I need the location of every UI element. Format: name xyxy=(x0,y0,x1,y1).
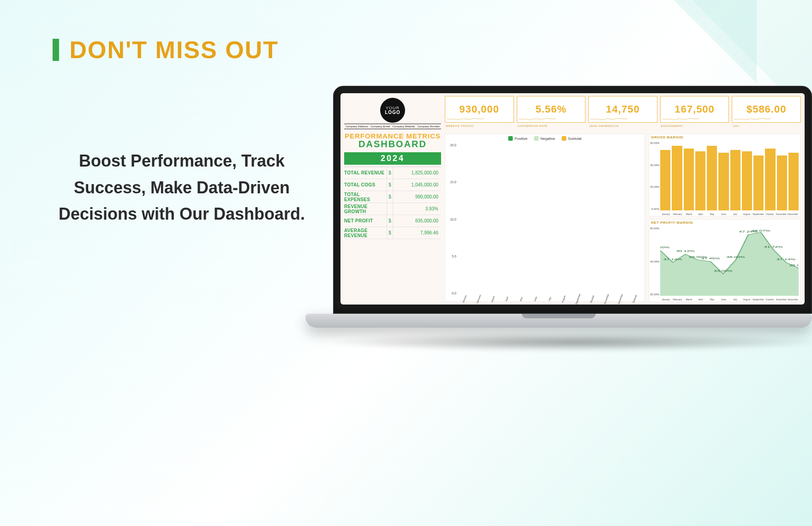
main-waterfall-chart: PositiveNegativeSubtotal 20.015.010.05.0… xyxy=(445,134,645,302)
svg-text:37.14%: 37.14% xyxy=(776,258,795,261)
kpi-card: 930,000 xyxy=(445,96,514,123)
sparkline-icon xyxy=(663,117,699,121)
kpi-value: 14,750 xyxy=(606,103,639,115)
plot-area: 41.50%37.14%40.12%38.00%37.45%33.00%38.0… xyxy=(660,227,799,296)
svg-text:40.12%: 40.12% xyxy=(676,250,695,253)
gross-margin-bar xyxy=(777,155,787,210)
metrics-table: TOTAL REVENUE $ 1,825,000.00TOTAL COGS $… xyxy=(344,167,441,239)
metric-value: 1,045,000.00 xyxy=(393,182,441,187)
y-axis: 50.00%40.00%25.00% xyxy=(650,227,659,296)
laptop-notch xyxy=(522,314,596,318)
svg-text:37.45%: 37.45% xyxy=(701,257,720,260)
metric-row: REVENUE GROWTH 3.93% xyxy=(344,203,441,215)
metric-currency: $ xyxy=(387,179,393,191)
kpi-label: ENGAGEMENT xyxy=(660,125,729,132)
kpi-strip: 930,000 5.56% 14,750 167,500 $586.00 xyxy=(445,96,801,123)
metric-label: NET PROFIT xyxy=(344,218,387,223)
metric-row: NET PROFIT $ 835,000.00 xyxy=(344,215,441,227)
kpi-card: 5.56% xyxy=(517,96,586,123)
kpi-value: 167,500 xyxy=(675,103,715,115)
mini-title: NET PROFIT MARGIN xyxy=(651,221,693,225)
area-chart-svg: 41.50%37.14%40.12%38.00%37.45%33.00%38.0… xyxy=(660,227,799,296)
kpi-label: LEAD GENERATION xyxy=(588,125,657,132)
sparkline-icon xyxy=(519,117,556,121)
dashboard: YOUR LOGO Company Address Company Email … xyxy=(340,93,805,305)
net-profit-margin-chart: NET PROFIT MARGIN 50.00%40.00%25.00% 41.… xyxy=(649,219,801,302)
gross-margin-bar xyxy=(718,153,728,210)
mini-title: GROSS MARGIN xyxy=(651,135,683,139)
metric-value: 3.93% xyxy=(393,206,441,211)
metric-currency: $ xyxy=(387,215,393,227)
gross-margin-bar xyxy=(730,150,740,210)
company-field: Company Number xyxy=(417,125,441,128)
company-info-row: Company Address Company Email Company We… xyxy=(344,124,441,129)
metric-currency xyxy=(387,203,393,215)
metric-value: 835,000.00 xyxy=(393,218,441,223)
bg-shape xyxy=(674,0,757,83)
laptop-shadow xyxy=(324,333,812,352)
metric-value: 990,000.00 xyxy=(393,194,441,199)
plot-area xyxy=(660,142,799,210)
metric-label: AVERAGE REVENUE xyxy=(344,228,387,238)
y-axis: 20.015.010.05.00.0 xyxy=(446,143,456,295)
x-axis: JanuaryFebruaryMarchAprilMayJuneJulyAugu… xyxy=(457,298,642,300)
gross-margin-bar xyxy=(672,146,682,210)
sparkline-icon xyxy=(734,117,771,121)
chart-legend: PositiveNegativeSubtotal xyxy=(508,136,582,141)
kpi-label: CONVERSION RATE xyxy=(517,125,586,132)
dashboard-title-2: DASHBOARD xyxy=(344,139,441,149)
logo-wrap: YOUR LOGO xyxy=(344,96,441,124)
kpi-card: 14,750 xyxy=(588,96,657,123)
legend-label: Subtotal xyxy=(568,137,581,141)
metric-value: 1,825,000.00 xyxy=(393,170,441,175)
kpi-card: $586.00 xyxy=(732,96,801,123)
laptop-base-plate xyxy=(305,314,812,328)
logo-badge: YOUR LOGO xyxy=(380,98,405,123)
legend-swatch xyxy=(561,136,566,141)
laptop-screen: YOUR LOGO Company Address Company Email … xyxy=(340,93,805,305)
laptop-base xyxy=(305,314,812,344)
company-field: Company Address xyxy=(345,125,369,128)
kpi-label: WEBSITE TRAFFIC xyxy=(445,125,514,132)
metric-value: 7,996.46 xyxy=(393,230,441,235)
gross-margin-bar xyxy=(660,150,670,210)
right-charts: GROSS MARGIN 50.00%40.00%25.00%0.00% Jan… xyxy=(649,134,801,302)
svg-text:48.07%: 48.07% xyxy=(752,229,770,233)
laptop-mockup: YOUR LOGO Company Address Company Email … xyxy=(305,86,812,344)
legend-label: Negative xyxy=(541,137,555,141)
svg-text:37.14%: 37.14% xyxy=(663,258,682,261)
kpi-labels: WEBSITE TRAFFICCONVERSION RATELEAD GENER… xyxy=(445,125,801,132)
laptop-bezel: YOUR LOGO Company Address Company Email … xyxy=(333,86,812,314)
x-axis: JanuaryFebruaryMarchAprilMayJuneJulyAugu… xyxy=(660,298,799,301)
kpi-value: $586.00 xyxy=(746,103,787,115)
metric-currency: $ xyxy=(387,227,393,239)
legend-swatch xyxy=(534,136,539,141)
metric-currency: $ xyxy=(387,191,393,203)
metric-row: AVERAGE REVENUE $ 7,996.46 xyxy=(344,227,441,239)
y-axis: 50.00%40.00%25.00%0.00% xyxy=(650,142,659,210)
legend-item: Subtotal xyxy=(561,136,581,141)
legend-label: Positive xyxy=(515,137,528,141)
kpi-value: 930,000 xyxy=(460,103,500,115)
gross-margin-bar xyxy=(684,149,694,210)
legend-item: Negative xyxy=(534,136,555,141)
kpi-value: 5.56% xyxy=(536,103,567,115)
svg-marker-0 xyxy=(660,233,799,296)
headline-text: DON'T MISS OUT xyxy=(69,36,278,64)
metric-label: REVENUE GROWTH xyxy=(344,204,387,214)
logo-bottom: LOGO xyxy=(385,110,400,115)
metric-row: TOTAL COGS $ 1,045,000.00 xyxy=(344,179,441,191)
legend-item: Positive xyxy=(508,136,528,141)
waterfall-bars xyxy=(457,144,642,294)
logo-top: YOUR xyxy=(386,106,400,110)
gross-margin-bar xyxy=(788,153,799,210)
gross-margin-bar xyxy=(765,149,775,210)
subheadline-text: Boost Performance, Track Success, Make D… xyxy=(53,148,311,227)
kpi-label: CAC xyxy=(732,125,801,132)
metric-label: TOTAL EXPENSES xyxy=(344,192,387,202)
sparkline-icon xyxy=(591,117,627,121)
metric-label: TOTAL COGS xyxy=(344,182,387,187)
dashboard-year: 2024 xyxy=(344,152,441,165)
sparkline-icon xyxy=(447,117,484,121)
gross-margin-bar xyxy=(707,146,717,210)
